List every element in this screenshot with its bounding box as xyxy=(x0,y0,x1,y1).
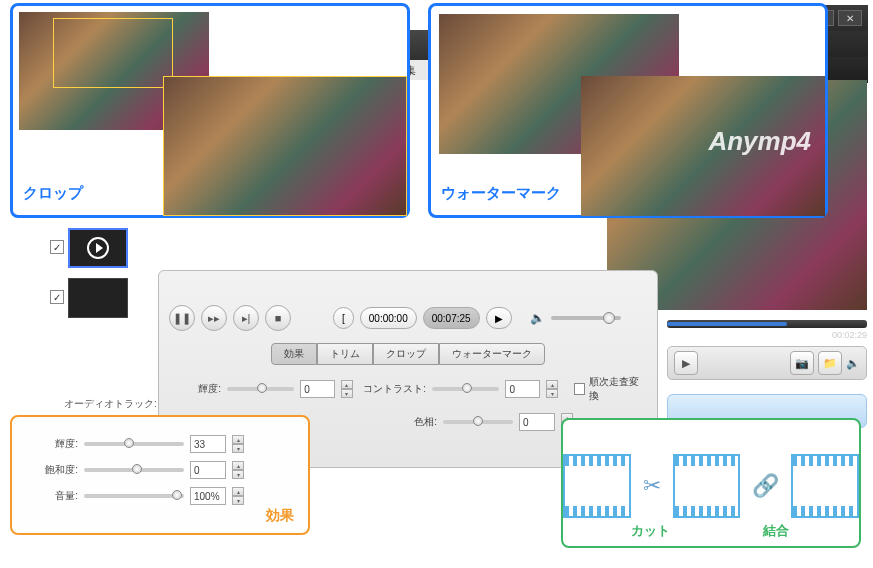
contrast-spinner[interactable]: ▴▾ xyxy=(546,380,558,398)
progressive-checkbox[interactable] xyxy=(574,383,586,395)
effect-brightness-label: 輝度: xyxy=(24,437,78,451)
scissors-icon: ✂ xyxy=(643,473,661,499)
cut-merge-callout: ✂ 🔗 カット 結合 xyxy=(561,418,861,548)
tab-trim[interactable]: トリム xyxy=(317,343,373,365)
effect-saturation-spinner[interactable]: ▴▾ xyxy=(232,461,244,479)
sound-icon[interactable]: 🔈 xyxy=(846,357,860,370)
step-button[interactable]: ▸| xyxy=(233,305,259,331)
playback-controls: ❚❚ ▸▸ ▸| ■ [ 00:00:00 00:07:25 ▶ 🔈 xyxy=(169,301,647,335)
brightness-main-slider[interactable] xyxy=(227,387,294,391)
thumb1-checkbox[interactable]: ✓ xyxy=(50,240,64,254)
watermark-label: ウォーターマーク xyxy=(441,184,561,203)
effect-saturation-slider[interactable] xyxy=(84,468,184,472)
tab-crop[interactable]: クロップ xyxy=(373,343,439,365)
tab-watermark[interactable]: ウォーターマーク xyxy=(439,343,545,365)
brightness-main-value[interactable]: 0 xyxy=(300,380,335,398)
hue-slider[interactable] xyxy=(443,420,513,424)
effect-brightness-value[interactable]: 33 xyxy=(190,435,226,453)
edit-tabs: 効果 トリム クロップ ウォーターマーク xyxy=(169,343,647,365)
progressive-label: 順次走査変換 xyxy=(589,375,647,403)
effect-volume-slider[interactable] xyxy=(84,494,184,498)
watermark-result-image: Anymp4 xyxy=(581,76,825,216)
timeline-thumb-1[interactable] xyxy=(68,228,128,268)
crop-selection-box[interactable] xyxy=(53,18,173,88)
play-icon xyxy=(87,237,109,259)
merge-label: 結合 xyxy=(763,522,789,540)
tab-effect[interactable]: 効果 xyxy=(271,343,317,365)
crop-result-image xyxy=(163,76,407,216)
hue-value[interactable]: 0 xyxy=(519,413,555,431)
right-preview-panel: 00:02:29 ▶ 📷 📁 🔈 xyxy=(667,320,867,428)
effect-volume-label: 音量: xyxy=(24,489,78,503)
snapshot-button[interactable]: 📷 xyxy=(790,351,814,375)
pause-button[interactable]: ❚❚ xyxy=(169,305,195,331)
filmstrip-2 xyxy=(673,454,741,518)
bracket-end[interactable]: ▶ xyxy=(486,307,512,329)
brightness-main-spinner[interactable]: ▴▾ xyxy=(341,380,353,398)
cut-label: カット xyxy=(631,522,670,540)
effect-saturation-label: 飽和度: xyxy=(24,463,78,477)
hue-label: 色相: xyxy=(367,415,437,429)
bracket-start[interactable]: [ xyxy=(333,307,354,329)
contrast-value[interactable]: 0 xyxy=(505,380,540,398)
watermark-callout: Anymp4 ウォーターマーク xyxy=(428,3,828,218)
effect-brightness-spinner[interactable]: ▴▾ xyxy=(232,435,244,453)
crop-label: クロップ xyxy=(23,184,83,203)
link-icon: 🔗 xyxy=(752,473,779,499)
effect-volume-spinner[interactable]: ▴▾ xyxy=(232,487,244,505)
fastforward-button[interactable]: ▸▸ xyxy=(201,305,227,331)
contrast-label: コントラスト: xyxy=(359,382,426,396)
volume-slider[interactable] xyxy=(551,316,621,320)
thumb2-checkbox[interactable]: ✓ xyxy=(50,290,64,304)
effect-callout: 輝度: 33 ▴▾ 飽和度: 0 ▴▾ 音量: 100% ▴▾ 効果 xyxy=(10,415,310,535)
audiotrack-label: オーディオトラック: xyxy=(64,397,157,411)
timeline-thumb-2[interactable] xyxy=(68,278,128,318)
filmstrip-3 xyxy=(791,454,859,518)
close-button[interactable]: ✕ xyxy=(838,10,862,26)
effect-saturation-value[interactable]: 0 xyxy=(190,461,226,479)
speaker-icon[interactable]: 🔈 xyxy=(530,311,545,325)
crop-callout: クロップ xyxy=(10,3,410,218)
volume-handle[interactable] xyxy=(603,312,615,324)
brightness-main-label: 輝度: xyxy=(169,382,221,396)
effect-title: 効果 xyxy=(266,507,294,525)
folder-button[interactable]: 📁 xyxy=(818,351,842,375)
stop-button[interactable]: ■ xyxy=(265,305,291,331)
time-end-capsule[interactable]: 00:07:25 xyxy=(423,307,480,329)
contrast-slider[interactable] xyxy=(432,387,499,391)
filmstrip-1 xyxy=(563,454,631,518)
time-start-capsule[interactable]: 00:00:00 xyxy=(360,307,417,329)
effect-brightness-slider[interactable] xyxy=(84,442,184,446)
watermark-text: Anymp4 xyxy=(708,126,811,157)
right-play-button[interactable]: ▶ xyxy=(674,351,698,375)
right-time: 00:02:29 xyxy=(667,330,867,340)
effect-volume-value[interactable]: 100% xyxy=(190,487,226,505)
right-progress[interactable] xyxy=(667,320,867,328)
